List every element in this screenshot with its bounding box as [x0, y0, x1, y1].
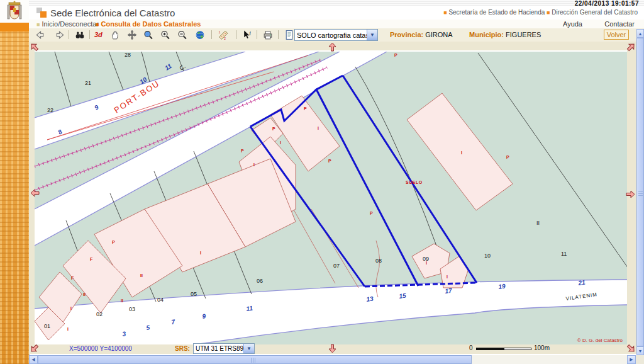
pan-right-arrow[interactable] [625, 189, 636, 200]
map-svg[interactable]: PORT-BOU VILATENIM C. SUELO © D. G. del … [35, 50, 627, 344]
separator [89, 30, 90, 39]
separator [211, 30, 212, 39]
floor-letter-label: P [304, 106, 307, 111]
suelo-label: SUELO [406, 180, 423, 185]
municipio-value: FIGUERES [506, 31, 541, 38]
menu-item-inicio-desconectar[interactable]: ■ Inicio/Desconectar [36, 20, 99, 28]
menu-inicio-label: Inicio/Desconectar [42, 20, 99, 28]
parcel-number-label: 05 [191, 291, 197, 297]
floor-letter-label: I [280, 140, 281, 145]
menu-bar: ■ Inicio/Desconectar ■ Consulta de Datos… [29, 20, 644, 29]
chevron-down-icon[interactable]: ▼ [243, 344, 254, 353]
spain-coat-of-arms-logo [0, 0, 30, 23]
parcel-number-label: 01 [44, 323, 50, 329]
pan-up-left-arrow[interactable] [29, 42, 40, 52]
municipio-label: Municipio: [469, 31, 504, 38]
floor-letter-label: P [506, 155, 509, 159]
scroll-down-button[interactable]: ▼ [636, 346, 644, 355]
street-number-label: 13 [366, 295, 374, 303]
floor-letter-label: I [461, 151, 462, 155]
parcel-number-label: II [536, 220, 540, 226]
contactar-link[interactable]: Contactar [604, 20, 635, 28]
parcel-number-label: 08 [375, 258, 382, 264]
layers-dropdown[interactable]: SOLO cartografia catastral ▼ [294, 29, 378, 41]
orange-accent-band [0, 23, 30, 31]
scroll-up-button[interactable]: ▲ [636, 29, 644, 38]
search-binoculars-icon[interactable] [74, 30, 86, 40]
government-links: ■ Secretaría de Estado de Hacienda ■ Dir… [443, 9, 638, 16]
bullet-icon: ■ [36, 21, 40, 28]
vertical-scrollbar[interactable]: ▲ ▼ [636, 29, 644, 355]
municipio-field: Municipio: FIGUERES [469, 31, 541, 38]
svg-text:2: 2 [224, 37, 226, 40]
srs-dropdown[interactable]: UTM 31 ETRS89 ▼ [193, 343, 255, 354]
parcel-number-label: 02 [96, 311, 103, 317]
floor-letter-label: I [67, 327, 69, 331]
scroll-left-button[interactable]: ◀ [29, 355, 38, 364]
parcel-number-label: 22 [47, 107, 53, 113]
info-cursor-icon[interactable]: i [242, 30, 253, 40]
chevron-down-icon[interactable]: ▼ [367, 30, 377, 40]
globe-icon[interactable] [194, 30, 206, 40]
link-direccion[interactable]: Dirección General del Catastro [552, 9, 638, 16]
pan-left-arrow[interactable] [30, 188, 40, 198]
parcel-number-label: 21 [85, 80, 91, 86]
pan-up-right-arrow[interactable] [626, 42, 636, 52]
floor-letter-label: I [447, 275, 448, 279]
bullet-icon: ■ [443, 9, 447, 16]
report-document-icon[interactable] [284, 30, 295, 40]
page-title: Sede Electrónica del Catastro [50, 8, 175, 18]
menu-item-consulta-datos[interactable]: ■ Consulta de Datos Catastrales [96, 20, 201, 28]
scale-bar-zero: 0 [469, 344, 473, 351]
back-arrow-icon[interactable] [34, 30, 45, 40]
street-number-label: 21 [577, 278, 586, 287]
move-cross-icon[interactable] [126, 30, 138, 40]
floor-letter-label: I [426, 261, 427, 265]
forward-arrow-icon[interactable] [55, 30, 66, 40]
floor-letter-label: F [71, 276, 74, 280]
floor-letter-label: P [328, 159, 331, 163]
printer-icon[interactable] [262, 30, 274, 40]
parcel-number-label: 28 [125, 52, 131, 58]
parcel-number-label: 03 [129, 306, 135, 312]
parcel-number-label: 06 [257, 278, 263, 284]
header-bar: Sede Electrónica del Catastro ■ Secretar… [29, 6, 644, 20]
parcel-number-label: 11 [561, 251, 567, 257]
floor-letter-label: P [272, 127, 275, 131]
separator [69, 30, 69, 39]
floor-letter-label: I [318, 126, 319, 130]
bullet-icon: ■ [547, 9, 550, 16]
scale-bar-segment [504, 348, 531, 350]
ayuda-link[interactable]: Ayuda [563, 20, 582, 28]
parcel-number-label: 07 [333, 263, 340, 269]
catastro-squares-icon [36, 8, 47, 18]
horizontal-scrollbar[interactable]: ◀ ▶ [29, 355, 636, 364]
zoom-window-icon[interactable] [143, 30, 154, 40]
floor-letter-label: P [394, 53, 397, 57]
scale-bar-max: 100m [534, 344, 550, 351]
horizontal-scrollbar-thumb[interactable] [38, 355, 472, 364]
status-bar: X=500000 Y=4100000 SRS: UTM 31 ETRS89 ▼ … [29, 343, 636, 354]
volver-button[interactable]: Volver [604, 30, 629, 40]
floor-letter-label: P [241, 149, 244, 153]
pan-up-arrow[interactable] [327, 42, 338, 52]
measure-ruler-icon[interactable]: 12 [218, 30, 229, 40]
layers-dropdown-value: SOLO cartografia catastral [295, 31, 367, 39]
link-secretaria[interactable]: Secretaría de Estado de Hacienda [448, 9, 545, 16]
menu-consulta-label: Consulta de Datos Catastrales [101, 20, 201, 28]
zoom-out-icon[interactable] [177, 30, 188, 40]
floor-letter-label: II [140, 273, 143, 278]
top-strip: 22/04/2013 19:01:57 [29, 0, 644, 6]
floor-letter-label: II [121, 299, 123, 303]
separator [278, 30, 279, 39]
scroll-right-button[interactable]: ▶ [627, 355, 636, 364]
city-background-image [0, 31, 30, 364]
3d-view-icon[interactable]: 3d [94, 31, 106, 42]
provincia-label: Provincia: [390, 31, 423, 38]
vertical-scrollbar-thumb[interactable] [636, 38, 644, 346]
street-number-label: 11 [246, 305, 253, 312]
floor-letter-label: I [200, 251, 201, 255]
pan-hand-icon[interactable] [109, 30, 121, 40]
zoom-in-icon[interactable] [160, 30, 171, 40]
provincia-field: Provincia: GIRONA [390, 31, 453, 38]
